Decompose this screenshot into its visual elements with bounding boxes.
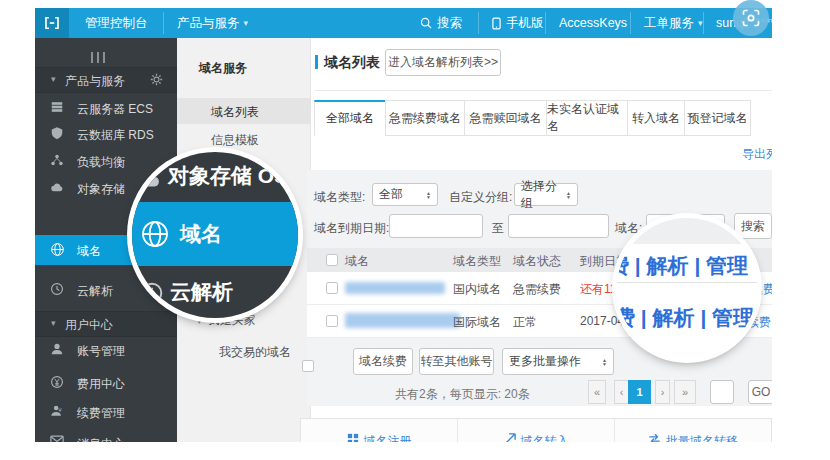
goto-dns-list-button[interactable]: 进入域名解析列表>> — [385, 49, 501, 76]
pagination-last[interactable]: » — [674, 380, 696, 404]
subsidebar-item-template[interactable]: 信息模板 — [211, 132, 259, 149]
search-icon — [420, 17, 432, 29]
chevron-down-icon: ▾ — [197, 316, 202, 326]
globe-icon — [140, 219, 170, 249]
domain-type-value: 全部 — [379, 186, 403, 203]
footer-link-register[interactable]: 域名注册 — [347, 433, 412, 442]
batch-more-select[interactable]: 更多批量操作 ▲▼ — [502, 348, 614, 375]
col-domain-status: 域名状态 — [513, 253, 561, 270]
console-screenshot: 管理控制台 产品与服务 ▾ 搜索 手机版 AccessKeys 工单服务 ▾ s… — [35, 8, 772, 442]
expire-date-from-input[interactable] — [389, 214, 483, 238]
envelope-icon — [50, 435, 66, 442]
pagination-goto-input[interactable] — [710, 380, 734, 404]
title-accent-bar — [315, 55, 318, 69]
globe-icon — [50, 242, 66, 258]
nav-tickets-menu[interactable]: 工单服务 ▾ — [644, 8, 703, 38]
nav-search[interactable]: 搜索 — [420, 8, 462, 38]
sidebar-item-label: 续费管理 — [77, 405, 125, 422]
sidebar-item-account[interactable]: 账号管理 — [35, 338, 177, 362]
sidebar-item-messages[interactable]: 消息中心 — [35, 431, 177, 442]
nav-divider — [163, 12, 164, 34]
aliyun-logo[interactable] — [35, 8, 69, 38]
select-arrows-icon: ▲▼ — [566, 191, 571, 199]
sidebar-section-user-center[interactable]: ▾ 用户中心 — [35, 311, 177, 337]
item-count-summary: 共有2条，每页显示: 20条 — [395, 386, 530, 403]
nav-products-menu[interactable]: 产品与服务 ▾ — [177, 8, 248, 38]
magnified-row-divider — [617, 282, 757, 283]
custom-group-select[interactable]: 选择分组 ▲▼ — [514, 183, 578, 206]
nav-divider — [478, 12, 479, 34]
chevron-down-icon: ▾ — [51, 318, 56, 328]
sidebar-section-label: 产品与服务 — [65, 73, 125, 90]
subsidebar-item-domain-list[interactable]: 域名列表 — [177, 98, 310, 124]
sidebar-item-renewal[interactable]: ¥ 续费管理 — [35, 400, 177, 424]
footer-cell: 域名注册 — [301, 419, 457, 442]
person-icon — [50, 342, 66, 358]
tab-need-renewal[interactable]: 急需续费域名 — [385, 100, 465, 136]
export-list-link[interactable]: 导出列表 — [742, 146, 772, 163]
domain-transfer-in-icon — [504, 433, 516, 442]
nav-mobile[interactable]: 手机版 — [492, 8, 544, 38]
search-button[interactable]: 搜索 — [734, 213, 772, 239]
sidebar-collapse-handle[interactable] — [89, 49, 107, 67]
tab-need-redeem[interactable]: 急需赎回域名 — [464, 100, 547, 136]
camera-focus-badge — [733, 0, 769, 36]
cell-domain-status: 正常 — [513, 314, 537, 331]
cloud-icon — [50, 180, 66, 196]
sidebar-item-rds[interactable]: 云数据库 RDS — [35, 122, 177, 146]
subsidebar-item-label: 域名列表 — [211, 104, 259, 121]
chevron-down-icon: ▾ — [244, 18, 249, 28]
footer-link-batch-transfer[interactable]: 批量域名转移 — [648, 433, 738, 442]
chevron-down-icon: ▾ — [698, 18, 703, 28]
nav-divider — [703, 12, 704, 34]
redacted-domain-name — [345, 313, 460, 328]
focus-frame-icon — [741, 8, 761, 28]
pagination-first[interactable]: « — [588, 380, 606, 404]
sidebar-item-billing[interactable]: 费用中心 — [35, 371, 177, 395]
select-arrows-icon: ▲▼ — [426, 191, 431, 199]
batch-transfer-button[interactable]: 转至其他账号 — [419, 348, 494, 375]
batch-transfer-icon — [648, 433, 661, 442]
col-domain: 域名 — [345, 253, 369, 270]
pagination-next[interactable]: › — [655, 380, 670, 404]
batch-checkbox[interactable] — [302, 360, 314, 372]
row-checkbox[interactable] — [326, 282, 338, 294]
footer-cell: 批量域名转移 — [614, 419, 771, 442]
sidebar-item-slb[interactable]: 负载均衡 — [35, 149, 177, 173]
nav-console[interactable]: 管理控制台 — [85, 8, 148, 38]
sidebar-item-label: 负载均衡 — [77, 154, 125, 171]
row-checkbox[interactable] — [326, 315, 338, 327]
nav-mobile-label: 手机版 — [506, 8, 544, 38]
nav-accesskeys[interactable]: AccessKeys — [559, 8, 627, 38]
sidebar-item-ecs[interactable]: 云服务器 ECS — [35, 96, 177, 120]
tab-transfer-in[interactable]: 转入域名 — [627, 100, 685, 136]
pagination-prev[interactable]: ‹ — [614, 380, 629, 404]
tab-unverified[interactable]: 未实名认证域名 — [546, 100, 628, 136]
subsidebar-item-traded-domains[interactable]: 我交易的域名 — [219, 344, 291, 361]
pagination-go-button[interactable]: GO — [748, 380, 772, 404]
select-all-checkbox[interactable] — [326, 254, 338, 266]
sidebar-item-label: 域名 — [77, 243, 101, 260]
nav-divider — [545, 12, 546, 34]
redacted-domain-name — [345, 282, 445, 294]
pagination-page-1[interactable]: 1 — [628, 380, 651, 404]
clock-icon — [50, 282, 66, 298]
nav-search-label: 搜索 — [437, 8, 462, 38]
footer-cell: 域名转入 — [457, 419, 614, 442]
sidebar-item-label: 云数据库 RDS — [77, 127, 154, 144]
expire-date-to-input[interactable] — [508, 214, 609, 238]
domain-type-select[interactable]: 全部 ▲▼ — [372, 183, 438, 206]
tab-preregistered[interactable]: 预登记域名 — [684, 100, 751, 136]
custom-group-label: 自定义分组: — [449, 189, 512, 206]
batch-renew-button[interactable]: 域名续费 — [353, 348, 413, 375]
tab-all-domains[interactable]: 全部域名 — [314, 100, 386, 136]
magnified-dns-label: 云解析 — [170, 278, 233, 306]
magnified-action-links: 续费 | 解析 | 管理 — [617, 304, 754, 332]
sidebar-item-label: 消息中心 — [77, 436, 125, 442]
gear-icon[interactable] — [150, 73, 163, 86]
sidebar-section-products[interactable]: ▾ 产品与服务 — [35, 67, 177, 93]
col-domain-type: 域名类型 — [453, 253, 501, 270]
server-icon — [50, 100, 66, 116]
cell-domain-status: 急需续费 — [513, 281, 561, 298]
footer-link-transfer-in[interactable]: 域名转入 — [504, 433, 569, 442]
